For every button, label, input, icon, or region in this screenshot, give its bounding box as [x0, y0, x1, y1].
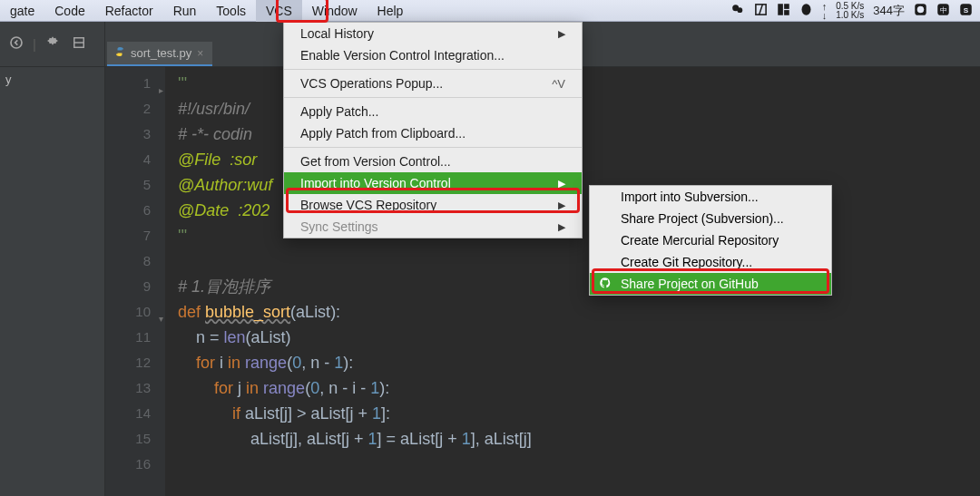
- menu-item[interactable]: VCS Operations Popup...^V: [284, 73, 582, 94]
- submenu-arrow-icon: ▶: [531, 221, 565, 233]
- github-icon: [599, 277, 612, 292]
- menu-item-label: Sync Settings: [300, 219, 378, 234]
- qq-icon[interactable]: [799, 3, 813, 19]
- menu-item-label: VCS Operations Popup...: [300, 76, 443, 91]
- menu-run[interactable]: Run: [163, 0, 207, 22]
- project-panel: | y: [0, 22, 105, 496]
- menu-item[interactable]: Local History▶: [284, 23, 582, 44]
- menu-item-label: Browse VCS Repository: [300, 198, 436, 212]
- menu-item[interactable]: Enable Version Control Integration...: [284, 44, 582, 66]
- menu-divider: [284, 147, 582, 148]
- menu-code[interactable]: Code: [44, 0, 94, 22]
- submenu-item[interactable]: Share Project (Subversion)...: [590, 208, 831, 229]
- svg-rect-5: [784, 10, 789, 15]
- net-speed: 0.5 K/s 1.0 K/s: [836, 2, 864, 20]
- submenu-arrow-icon: ▶: [531, 178, 565, 190]
- code-line[interactable]: # 1.冒泡排序: [178, 274, 980, 299]
- menu-refactor[interactable]: Refactor: [95, 0, 163, 22]
- back-icon[interactable]: [9, 35, 24, 53]
- menu-item[interactable]: Import into Version Control▶: [284, 172, 582, 194]
- code-line[interactable]: [178, 248, 980, 274]
- svg-point-1: [737, 7, 742, 13]
- tray-icon-1[interactable]: [914, 3, 927, 19]
- menu-item-label: Local History: [300, 26, 374, 41]
- menu-item-label: Apply Patch from Clipboard...: [300, 126, 466, 141]
- close-icon[interactable]: ×: [197, 47, 203, 60]
- code-line[interactable]: for j in range(0, n - i - 1):: [178, 375, 980, 401]
- tab-filename: sort_test.py: [131, 46, 191, 60]
- project-toolbar: |: [0, 22, 104, 67]
- menu-shortcut: ^V: [524, 77, 565, 91]
- menu-help[interactable]: Help: [368, 0, 414, 22]
- code-line[interactable]: for i in range(0, n - 1):: [178, 350, 980, 375]
- sogou-icon[interactable]: S: [959, 3, 973, 19]
- menu-item-label: Apply Patch...: [300, 104, 378, 119]
- menu-item[interactable]: Apply Patch...: [284, 101, 582, 122]
- menu-item-label: Get from Version Control...: [300, 154, 451, 169]
- code-line[interactable]: [178, 452, 980, 477]
- submenu-item[interactable]: Create Git Repository...: [590, 251, 831, 273]
- submenu-item[interactable]: Share Project on GitHub: [590, 273, 831, 295]
- python-file-icon: [114, 46, 125, 60]
- gear-icon[interactable]: [45, 35, 60, 53]
- menu-item[interactable]: Get from Version Control...: [284, 151, 582, 172]
- line-gutter: 1▸2345678910▾111213141516: [105, 67, 165, 496]
- tree-item[interactable]: y: [5, 73, 104, 86]
- code-line[interactable]: aList[j], aList[j + 1] = aList[j + 1], a…: [178, 426, 980, 452]
- vcs-dropdown: Local History▶Enable Version Control Int…: [283, 22, 583, 238]
- ime-zh-icon[interactable]: 中: [936, 3, 950, 19]
- menu-divider: [284, 97, 582, 98]
- submenu-arrow-icon: ▶: [531, 199, 565, 211]
- menu-item: Sync Settings▶: [284, 216, 582, 238]
- code-line[interactable]: def bubble_sort(aList):: [178, 299, 980, 325]
- svg-point-6: [801, 4, 810, 15]
- menubar-right: ↑↓ 0.5 K/s 1.0 K/s 344字 中 S: [730, 2, 980, 20]
- svg-point-8: [917, 5, 925, 13]
- svg-text:S: S: [964, 5, 969, 14]
- code-line[interactable]: n = len(aList): [178, 325, 980, 350]
- net-arrows-icon: ↑↓: [822, 2, 828, 20]
- code-line[interactable]: if aList[j] > aList[j + 1]:: [178, 401, 980, 426]
- submenu-item[interactable]: Create Mercurial Repository: [590, 229, 831, 251]
- submenu-item[interactable]: Import into Subversion...: [590, 186, 831, 208]
- screenshot-icon[interactable]: [754, 3, 768, 19]
- project-tree[interactable]: y: [0, 67, 104, 496]
- submenu-arrow-icon: ▶: [531, 28, 565, 40]
- menubar: gate Code Refactor Run Tools VCS Window …: [0, 0, 980, 22]
- collapse-icon[interactable]: [73, 36, 85, 52]
- layout-icon[interactable]: [777, 3, 790, 19]
- import-vc-submenu: Import into Subversion...Share Project (…: [589, 185, 832, 296]
- submenu-item-label: Create Mercurial Repository: [621, 233, 779, 248]
- svg-rect-4: [784, 4, 789, 9]
- menu-tools[interactable]: Tools: [206, 0, 256, 22]
- divider-icon: |: [33, 36, 36, 52]
- svg-point-13: [11, 37, 22, 48]
- svg-text:中: 中: [940, 5, 947, 14]
- menu-navigate[interactable]: gate: [0, 0, 44, 22]
- file-tab[interactable]: sort_test.py ×: [107, 42, 212, 66]
- submenu-item-label: Create Git Repository...: [621, 255, 752, 269]
- menu-item[interactable]: Browse VCS Repository▶: [284, 194, 582, 216]
- menu-divider: [284, 69, 582, 70]
- word-count: 344字: [873, 3, 905, 19]
- menu-item-label: Import into Version Control: [300, 176, 451, 190]
- submenu-item-label: Share Project (Subversion)...: [621, 211, 784, 226]
- menu-window[interactable]: Window: [302, 0, 368, 22]
- submenu-item-label: Import into Subversion...: [621, 190, 759, 204]
- menu-item-label: Enable Version Control Integration...: [300, 48, 505, 63]
- wechat-icon[interactable]: [730, 3, 745, 18]
- svg-rect-3: [778, 4, 783, 15]
- submenu-item-label: Share Project on GitHub: [621, 277, 759, 291]
- menu-item[interactable]: Apply Patch from Clipboard...: [284, 122, 582, 144]
- menu-vcs[interactable]: VCS: [256, 0, 302, 22]
